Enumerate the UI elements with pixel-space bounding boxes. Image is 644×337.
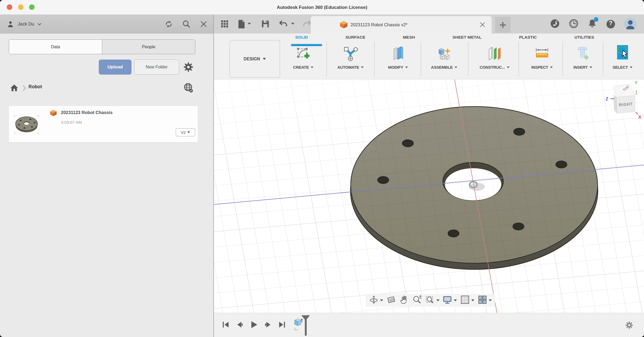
job-status-clock-icon[interactable] [568,18,579,30]
axis-x-label: X [638,115,641,119]
upload-button[interactable]: Upload [99,60,131,75]
design-title[interactable]: 20231123 Robot Chassis [61,110,113,115]
breadcrumb-folder[interactable]: Robot [28,84,42,90]
data-settings-gear-icon[interactable] [183,62,194,74]
breadcrumb-chevron-icon [22,85,27,93]
window-zoom-icon[interactable] [425,295,435,306]
display-settings-icon[interactable] [443,295,452,306]
timeline-playhead[interactable] [301,315,310,337]
user-menu[interactable]: Jack Du [6,15,42,34]
app-grid-icon[interactable] [220,20,229,29]
workspace-label: DESIGN [244,57,260,61]
extensions-icon[interactable] [550,18,560,30]
timeline-step-back-icon[interactable] [236,321,243,329]
timeline-settings-gear-icon[interactable] [625,321,634,331]
group-construct[interactable]: CONSTRUC... [474,40,515,69]
document-tab-close-icon[interactable] [479,21,486,29]
timeline-go-to-end-icon[interactable] [278,321,286,329]
axis-z-label: Z [606,97,608,101]
create-icon [283,40,323,61]
ribbon-tab-solid[interactable]: SOLID [295,35,308,40]
ribbon-tab-sheet-metal[interactable]: SHEET METAL [452,35,481,40]
help-glyph: ? [605,20,616,27]
document-tab[interactable]: 20231123 Robot Chassis v2* [311,16,492,34]
ribbon-tab-plastic[interactable]: PLASTIC [519,35,537,40]
data-people-tabs: Data People [9,39,195,54]
viewcube-front-label[interactable]: RIGHT [619,101,633,107]
grid-settings-caret-icon[interactable] [471,299,474,301]
group-assemble[interactable]: ASSEMBLE [424,40,464,69]
online-globe-icon[interactable] [183,82,194,94]
display-settings-caret-icon[interactable] [454,299,457,301]
undo-icon[interactable] [279,20,288,29]
fusion-window: Autodesk Fusion 360 (Education License) … [0,0,644,337]
group-create[interactable]: CREATE [283,40,323,69]
ribbon-tab-utilities[interactable]: UTILITIES [575,35,594,40]
notifications-bell-icon[interactable] [587,18,597,30]
group-automate[interactable]: AUTOMATE [330,40,371,69]
timeline-play-icon[interactable] [250,321,258,330]
timeline-go-to-start-icon[interactable] [222,321,229,329]
document-cube-icon [340,21,348,30]
automate-icon [330,40,371,61]
person-icon [6,20,14,28]
ribbon-tab-surface[interactable]: SURFACE [345,35,365,40]
help-icon[interactable]: ? [605,19,616,30]
data-panel-header: Jack Du [0,15,214,34]
group-separator [326,42,327,76]
design-file-card[interactable]: 20231123 Robot Chassis 3:03:07 AM V2 [9,106,198,142]
viewport-nav-toolbar [366,294,495,307]
version-dropdown[interactable]: V2 [176,128,195,136]
new-folder-button[interactable]: New Folder [134,60,179,75]
title-bar: Autodesk Fusion 360 (Education License) [0,0,644,15]
notification-dot [594,17,598,22]
group-insert[interactable]: INSERT [563,40,603,69]
new-file-caret-icon[interactable] [248,23,251,25]
viewports-caret-icon[interactable] [489,299,492,301]
look-at-icon[interactable] [386,295,396,306]
create-label: CREATE [293,65,309,69]
user-name: Jack Du [18,21,34,27]
view-cube[interactable]: TOP RIGHT Y Z X [602,79,644,120]
new-file-icon[interactable] [237,20,246,30]
search-icon[interactable] [182,20,191,29]
avatar[interactable] [624,18,636,30]
ribbon-tabs: SOLID SURFACE MESH SHEET METAL PLASTIC U… [295,35,594,40]
home-icon[interactable] [10,83,19,94]
group-select[interactable]: SELECT [602,40,643,69]
group-separator [468,42,469,76]
timeline-bar [214,313,644,337]
ribbon-tab-mesh[interactable]: MESH [403,35,415,40]
close-panel-icon[interactable] [200,20,208,28]
tab-data[interactable]: Data [9,40,102,54]
application-toolbar: 20231123 Robot Chassis v2* ? [214,15,644,34]
window-zoom-caret-icon[interactable] [436,299,440,301]
undo-caret-icon[interactable] [291,23,294,25]
inspect-icon [522,40,562,61]
group-modify[interactable]: MODIFY [378,40,418,69]
tab-people[interactable]: People [102,40,195,54]
timeline-step-forward-icon[interactable] [264,321,272,329]
pan-icon[interactable] [399,295,409,306]
automate-label: AUTOMATE [337,65,359,69]
construct-caret-icon [507,67,510,68]
new-document-tab-button[interactable] [495,17,511,33]
refresh-icon[interactable] [164,20,173,29]
orbit-caret-icon[interactable] [380,299,383,301]
select-icon [602,40,643,61]
workspace-selector[interactable]: DESIGN [229,40,280,78]
redo-icon[interactable] [302,20,312,29]
viewport-3d[interactable]: TOP RIGHT Y Z X [214,79,644,313]
insert-icon [563,40,603,61]
grid-settings-icon[interactable] [460,295,470,306]
viewports-icon[interactable] [478,295,487,306]
save-icon[interactable] [261,20,270,29]
orbit-icon[interactable] [369,295,379,306]
data-panel: Jack Du Data People Upload New Folder [0,15,214,337]
design-thumbnail [13,112,41,138]
select-caret-icon [630,67,632,68]
group-separator [374,42,375,76]
group-inspect[interactable]: INSPECT [522,40,562,69]
zoom-icon[interactable] [412,295,422,306]
ribbon: DESIGN SOLID SURFACE MESH SHEET METAL PL… [214,34,644,79]
